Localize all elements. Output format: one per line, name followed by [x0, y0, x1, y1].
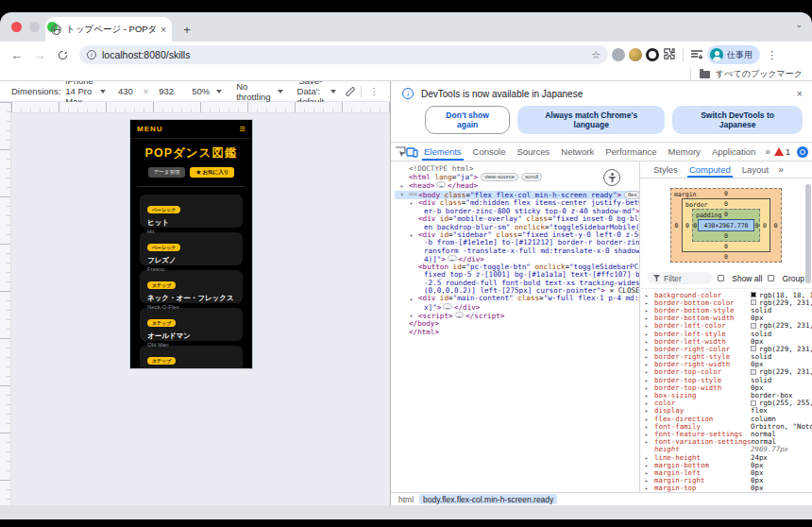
site-info-icon[interactable]: i — [87, 50, 96, 60]
hamburger-icon[interactable]: ≡ — [240, 124, 245, 134]
collapsed-content-icon[interactable]: … — [443, 303, 452, 310]
notification-button-3[interactable]: Switch DevTools to Japanese — [672, 106, 803, 134]
property-expand-icon[interactable]: ▸ — [645, 454, 649, 461]
property-expand-icon[interactable]: ▸ — [645, 469, 649, 476]
device-width-input[interactable]: 430 — [118, 86, 133, 96]
group-checkbox[interactable] — [768, 275, 774, 281]
box-model-content-size[interactable]: 430×2967.770 — [698, 219, 755, 231]
new-tab-button[interactable]: + — [179, 23, 195, 37]
property-expand-icon[interactable]: ▸ — [645, 299, 649, 306]
property-expand-icon[interactable]: ▸ — [645, 431, 649, 437]
reload-button[interactable] — [53, 45, 72, 64]
sidebar-tab-styles[interactable]: Styles — [648, 162, 684, 178]
devtools-tab-network[interactable]: Network — [555, 143, 600, 161]
dom-tree-line[interactable]: ransform -translate-x-full md:translate-… — [395, 247, 639, 255]
property-expand-icon[interactable]: ▸ — [645, 353, 649, 360]
devtools-tab-application[interactable]: Application — [706, 143, 761, 161]
sidebar-more-tabs-icon[interactable]: » — [774, 162, 787, 178]
notification-button-2[interactable]: Always match Chrome's language — [517, 106, 665, 134]
sidebar-tab-computed[interactable]: Computed — [684, 162, 736, 178]
extensions-puzzle-icon[interactable] — [663, 48, 676, 61]
box-model-padding[interactable]: padding00430×2967.77000 — [692, 209, 760, 242]
devtools-tab-sources[interactable]: Sources — [511, 143, 555, 161]
side-panel-icon[interactable] — [690, 49, 703, 60]
property-expand-icon[interactable]: ▸ — [645, 416, 649, 422]
box-model-margin[interactable]: margin00border00padding00430×2967.770000… — [670, 188, 782, 263]
notification-button-1[interactable]: Don't show again — [425, 106, 510, 134]
property-expand-icon[interactable]: ▸ — [645, 477, 649, 484]
tab-close-icon[interactable]: × — [161, 25, 166, 35]
property-expand-icon[interactable]: ▸ — [645, 322, 649, 329]
property-expand-icon[interactable]: ▸ — [645, 392, 649, 399]
property-expand-icon[interactable]: ▸ — [645, 423, 649, 430]
issues-counter[interactable]: 1 — [774, 147, 790, 157]
minimize-window-button[interactable] — [29, 22, 40, 32]
dom-tree-line[interactable]: ▸<div class="md:hidden flex items-center… — [395, 199, 639, 207]
extension-icon-1[interactable] — [612, 48, 625, 61]
all-bookmarks-button[interactable]: すべてのブックマーク — [716, 68, 803, 80]
inspect-element-icon[interactable] — [395, 143, 406, 161]
profile-chip[interactable]: 仕事用 — [707, 45, 760, 64]
notification-close-icon[interactable]: × — [797, 88, 803, 99]
forward-button[interactable]: → — [30, 45, 49, 64]
url-text[interactable]: localhost:8080/skills — [102, 49, 585, 60]
property-expand-icon[interactable]: ▸ — [645, 462, 649, 468]
dom-tree-line[interactable]: </html> — [395, 329, 639, 336]
collapse-arrow-icon[interactable]: ▾ — [400, 191, 404, 198]
dom-tree-line[interactable]: ▸<div id="main-content" class="w-full fl… — [395, 295, 639, 302]
dom-badge-scroll[interactable]: scroll — [521, 173, 542, 181]
skill-card[interactable]: ステップオールドマンOld Man — [140, 308, 243, 341]
breadcrumb-item[interactable]: html — [398, 495, 414, 504]
expand-arrow-icon[interactable]: ▸ — [400, 182, 404, 190]
sidebar-scrollbar-thumb[interactable] — [805, 184, 811, 283]
back-button[interactable]: ← — [8, 45, 26, 64]
dom-tree-line[interactable]: x]">…</div> — [395, 303, 639, 312]
box-model-diagram[interactable]: margin00border00padding00430×2967.770000… — [640, 178, 812, 268]
collapsed-content-icon[interactable]: … — [455, 312, 465, 318]
skill-card[interactable]: ベーシックフレズノFresno — [140, 232, 243, 265]
filter-input[interactable]: Filter — [648, 272, 712, 284]
property-expand-icon[interactable]: ▸ — [645, 338, 649, 345]
device-toolbar-toggle-icon[interactable] — [406, 143, 418, 161]
devtools-tab-performance[interactable]: Performance — [600, 143, 662, 161]
accessibility-person-icon[interactable] — [603, 169, 620, 186]
box-model-border[interactable]: border00padding00430×2967.7700000 — [682, 198, 770, 252]
tab-search-chevron-icon[interactable]: ⌄ — [795, 20, 803, 29]
sidebar-tab-layout[interactable]: Layout — [736, 162, 775, 178]
property-expand-icon[interactable]: ▸ — [645, 331, 649, 337]
blue-circle-icon[interactable] — [797, 146, 808, 158]
property-expand-icon[interactable]: ▸ — [645, 368, 649, 375]
collapsed-content-icon[interactable]: … — [448, 255, 457, 262]
skill-card[interactable]: ステップウォークアウト — [140, 346, 243, 368]
property-expand-icon[interactable]: ▸ — [645, 400, 649, 406]
browser-menu-icon[interactable]: ⋮ — [764, 49, 780, 61]
skill-card[interactable]: ベーシックヒットHit — [140, 195, 243, 228]
close-window-button[interactable] — [11, 22, 22, 32]
device-height-input[interactable]: 932 — [159, 86, 174, 96]
devtools-tab-elements[interactable]: Elements — [418, 143, 467, 161]
property-expand-icon[interactable]: ▸ — [645, 292, 649, 298]
throttling-select[interactable]: No throttling — [236, 81, 270, 102]
property-expand-icon[interactable]: ▸ — [645, 377, 649, 383]
skill-card[interactable]: ステップネック・オー・フレックスNeck-O-Flex — [140, 270, 243, 303]
extension-icon-3[interactable] — [646, 48, 659, 61]
property-expand-icon[interactable]: ▸ — [645, 438, 649, 445]
show-all-checkbox[interactable] — [718, 275, 724, 281]
extension-icon-2[interactable] — [629, 48, 642, 61]
address-bar[interactable]: i localhost:8080/skills ☆ — [79, 45, 608, 64]
devtools-tab-console[interactable]: Console — [467, 143, 512, 161]
bookmark-star-icon[interactable]: ☆ — [591, 49, 601, 61]
favorites-button[interactable]: ★ お気に入り — [190, 167, 234, 178]
property-expand-icon[interactable]: ▸ — [645, 384, 649, 391]
breadcrumb-item[interactable]: body.flex.flex-col.min-h-screen.ready — [419, 494, 557, 504]
browser-tab[interactable]: トップページ - POPダンス図鑑 × — [45, 17, 172, 42]
property-expand-icon[interactable]: ▸ — [645, 407, 649, 414]
collapsed-content-icon[interactable]: … — [436, 181, 446, 188]
property-expand-icon[interactable]: ▸ — [645, 484, 649, 491]
rotate-device-icon[interactable] — [346, 86, 356, 96]
dom-badge-view-source[interactable]: view-source — [481, 173, 518, 181]
devtools-tab-memory[interactable]: Memory — [663, 143, 706, 161]
device-toolbar-menu-icon[interactable]: ⋮ — [370, 86, 380, 96]
property-expand-icon[interactable]: ▸ — [645, 346, 649, 352]
zoom-select[interactable]: 50% — [192, 86, 210, 96]
